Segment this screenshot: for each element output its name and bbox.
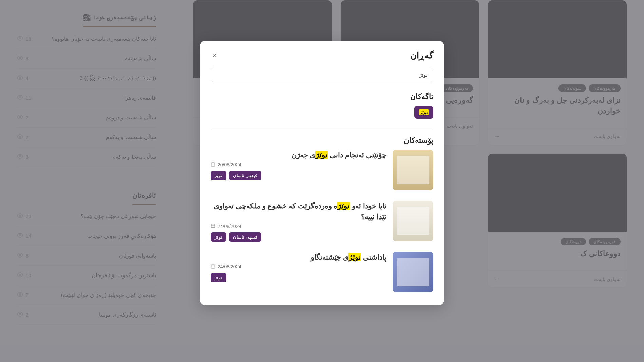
- post-date: 20/08/2024: [211, 162, 386, 168]
- post-tag[interactable]: نوێژ: [211, 171, 226, 180]
- post-thumbnail: [393, 201, 433, 241]
- post-title: پاداشتی نوێژی چێشتەنگاو: [211, 252, 386, 263]
- post-tag[interactable]: نوێژ: [211, 232, 226, 242]
- svg-rect-15: [211, 163, 215, 166]
- post-tags: نوێژ: [211, 273, 386, 282]
- posts-list: چۆنێتی ئەنجام دانی نوێژی جەژن20/08/2024ف…: [211, 150, 433, 292]
- post-result[interactable]: چۆنێتی ئەنجام دانی نوێژی جەژن20/08/2024ف…: [211, 150, 433, 190]
- post-thumbnail: [393, 150, 433, 190]
- post-result[interactable]: ئایا خودا ئەو نوێژە وەردەگرێت کە خشوع و …: [211, 201, 433, 242]
- tag-result[interactable]: نوێژ: [414, 106, 433, 119]
- modal-overlay[interactable]: گەڕان تاگەکان نوێژ پۆستەکان چۆنێتی ئەنجا…: [0, 0, 644, 362]
- tags-heading: تاگەکان: [211, 92, 433, 101]
- post-tags: فیقهی ئاساننوێژ: [211, 232, 386, 242]
- search-modal: گەڕان تاگەکان نوێژ پۆستەکان چۆنێتی ئەنجا…: [200, 41, 444, 305]
- post-tag[interactable]: فیقهی ئاسان: [229, 232, 261, 242]
- post-tag[interactable]: نوێژ: [211, 273, 226, 282]
- post-tags: فیقهی ئاساننوێژ: [211, 171, 386, 180]
- posts-heading: پۆستەکان: [211, 129, 433, 145]
- modal-title: گەڕان: [410, 50, 433, 61]
- post-title: چۆنێتی ئەنجام دانی نوێژی جەژن: [211, 150, 386, 160]
- post-thumbnail: [393, 252, 433, 292]
- calendar-icon: [211, 223, 215, 229]
- post-date: 24/08/2024: [211, 223, 386, 229]
- calendar-icon: [211, 162, 215, 168]
- post-date: 24/08/2024: [211, 264, 386, 270]
- search-input[interactable]: [211, 68, 433, 82]
- post-tag[interactable]: فیقهی ئاسان: [229, 171, 261, 180]
- post-title: ئایا خودا ئەو نوێژە وەردەگرێت کە خشوع و …: [211, 201, 386, 222]
- svg-rect-23: [211, 265, 215, 268]
- close-icon[interactable]: [211, 51, 219, 60]
- svg-rect-19: [211, 224, 215, 228]
- calendar-icon: [211, 264, 215, 270]
- post-result[interactable]: پاداشتی نوێژی چێشتەنگاو24/08/2024نوێژ: [211, 252, 433, 292]
